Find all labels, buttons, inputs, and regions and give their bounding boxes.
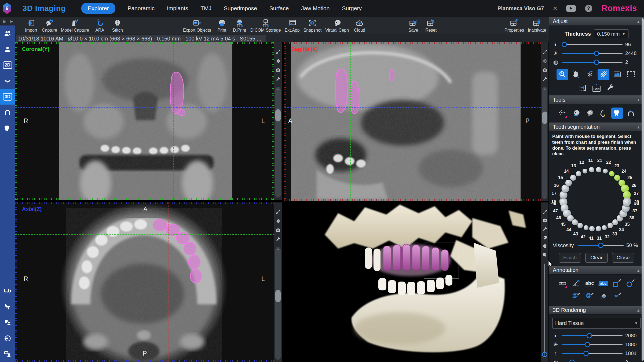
tooth-13[interactable]: [576, 171, 581, 176]
sidebar-item-chair[interactable]: [0, 299, 15, 315]
tooth-33[interactable]: [608, 223, 613, 228]
export-objects-button[interactable]: Export Objects: [183, 19, 211, 33]
clear-button[interactable]: Clear: [585, 253, 608, 263]
render-noise-slider[interactable]: [562, 359, 623, 362]
tooth-15[interactable]: [565, 180, 572, 186]
sagittal-image[interactable]: [284, 42, 541, 201]
render-3d-image[interactable]: [284, 202, 541, 362]
ara-button[interactable]: ARA: [93, 19, 107, 33]
sidebar-expand-icon[interactable]: ▶: [10, 19, 13, 23]
rendering-preset-dropdown[interactable]: Hard Tissue▼: [552, 318, 641, 328]
fill-tool-button[interactable]: [598, 291, 609, 302]
snapshot-button[interactable]: Snapshot: [303, 19, 322, 33]
brightness-slider[interactable]: [562, 50, 623, 56]
ext-app-button[interactable]: Ext.App: [285, 19, 300, 33]
tab-surgery[interactable]: Surgery: [342, 5, 362, 12]
tab-implants[interactable]: Implants: [167, 5, 188, 12]
viscosity-slider[interactable]: [578, 242, 624, 248]
sidebar-item-arch-module[interactable]: [0, 105, 15, 120]
histogram-button[interactable]: [611, 69, 623, 80]
save-button[interactable]: Save: [406, 19, 420, 33]
render-3d-slider[interactable]: [544, 264, 545, 356]
zoom-tool-button[interactable]: [557, 69, 568, 80]
skull-right-view-icon[interactable]: [542, 252, 547, 257]
tab-panoramic[interactable]: Panoramic: [128, 5, 155, 12]
camera-icon[interactable]: [542, 218, 547, 223]
layout-export-button[interactable]: [577, 82, 589, 93]
roi-select-button[interactable]: [625, 69, 637, 80]
wrench-icon[interactable]: [542, 77, 547, 82]
tab-superimpose[interactable]: Superimpose: [224, 5, 257, 12]
draw-sphere-button[interactable]: [584, 291, 596, 302]
tooth-segmentation-header[interactable]: Tooth segmentation▲: [549, 123, 644, 131]
tooth-31[interactable]: [596, 226, 601, 231]
sidebar-item-support[interactable]: [0, 346, 15, 362]
tooth-32[interactable]: [602, 225, 607, 230]
sidebar-item-model-module[interactable]: [0, 120, 15, 136]
sidebar-item-worklist[interactable]: [0, 315, 15, 330]
render-3d-slider-thumb[interactable]: [542, 352, 547, 357]
tools-header[interactable]: Tools▲: [549, 95, 644, 104]
import-button[interactable]: Import: [24, 19, 38, 33]
flip-icon[interactable]: [542, 58, 547, 64]
tab-surface[interactable]: Surface: [269, 5, 289, 12]
axial-coronal-crosshair[interactable]: [15, 234, 274, 235]
annotation-header[interactable]: Annotation▲: [549, 266, 644, 275]
tooth-43[interactable]: [577, 223, 583, 228]
wrench-icon[interactable]: [276, 237, 281, 242]
axial-scrollbar[interactable]: [275, 247, 281, 360]
expand-icon[interactable]: [276, 49, 281, 54]
virtual-ceph-button[interactable]: Virtual Ceph: [325, 19, 349, 33]
tooth-14[interactable]: [570, 175, 576, 181]
tooth-11[interactable]: [589, 167, 594, 172]
expand-icon[interactable]: [542, 209, 547, 215]
sidebar-lock-row[interactable]: ▶: [0, 17, 15, 25]
coronal-scrollbar[interactable]: [275, 87, 281, 198]
rotate-pan-button[interactable]: [570, 69, 582, 80]
tooth-21[interactable]: [596, 167, 601, 172]
coronal-image[interactable]: [15, 42, 274, 200]
noise-slider[interactable]: [562, 59, 623, 65]
flip-icon[interactable]: [276, 58, 281, 64]
camera-icon[interactable]: [542, 68, 547, 73]
print-button[interactable]: Print: [215, 19, 229, 33]
close-button[interactable]: Close: [612, 253, 634, 263]
sidebar-item-patient[interactable]: [0, 41, 15, 57]
wrench-icon[interactable]: [542, 227, 547, 232]
reset-button[interactable]: Reset: [424, 19, 438, 33]
tooth-23[interactable]: [609, 171, 614, 176]
tooth-12[interactable]: [583, 169, 587, 173]
adjust-header[interactable]: Adjust▲: [549, 17, 644, 26]
coronal-viewport[interactable]: Coronal(Y) R L: [15, 42, 274, 200]
callout-annotation-button[interactable]: abc: [598, 278, 609, 289]
coronal-sagittal-crosshair[interactable]: [173, 42, 174, 200]
sagittal-axial-crosshair[interactable]: [284, 107, 541, 108]
capture-button[interactable]: Capture: [42, 19, 57, 33]
tooth-24[interactable]: [614, 175, 620, 181]
freehand-tool-button[interactable]: [611, 291, 623, 302]
stitch-button[interactable]: Stitch: [111, 19, 125, 33]
close-icon[interactable]: ×: [553, 5, 557, 12]
draw-circle-button[interactable]: [625, 278, 637, 289]
axial-viewport[interactable]: Axial(Z) A R L P: [15, 202, 274, 362]
help-icon[interactable]: ?: [585, 5, 592, 12]
rendering-3d-header[interactable]: 3D Rendering▲: [549, 306, 644, 315]
inactivate-button[interactable]: Inactivate: [528, 19, 546, 33]
render-3d-viewport[interactable]: [284, 202, 541, 362]
xray-arc-tool-button[interactable]: [557, 108, 568, 119]
measure-length-button[interactable]: [557, 278, 568, 289]
finish-button[interactable]: Finish: [559, 253, 581, 263]
axial-image[interactable]: [15, 202, 274, 362]
sidebar-item-patients[interactable]: [0, 25, 15, 41]
slice-lines-button[interactable]: [598, 69, 609, 80]
render-contrast-slider[interactable]: [562, 333, 623, 339]
camera-icon[interactable]: [276, 228, 281, 233]
measure-angle-button[interactable]: [570, 278, 582, 289]
render-threshold-slider[interactable]: [562, 350, 623, 356]
impression-tool-button[interactable]: [625, 108, 637, 119]
contrast-slider[interactable]: [562, 42, 623, 47]
draw-box-3d-button[interactable]: [570, 291, 582, 302]
draw-rectangle-button[interactable]: [611, 278, 623, 289]
sagittal-scrollbar[interactable]: [542, 87, 547, 199]
pan-view-button[interactable]: PAN: [591, 82, 602, 93]
